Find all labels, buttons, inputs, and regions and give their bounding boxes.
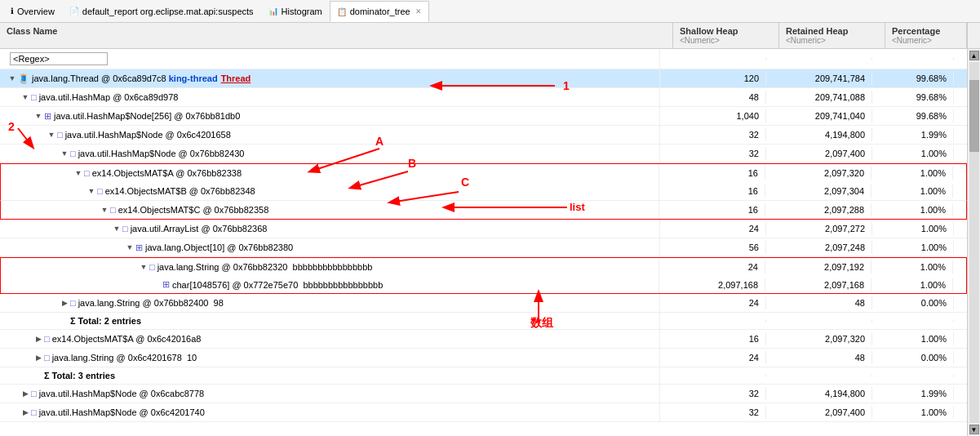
expand-btn[interactable]: ▼: [7, 73, 18, 84]
cell-class-name: ▼ ⊞ java.util.HashMap$Node[256] @ 0x76bb…: [0, 107, 660, 125]
arr-icon: ⊞: [44, 111, 51, 122]
cell-class-name: ▼ □ java.util.ArrayList @ 0x76bb82368: [0, 220, 660, 238]
expand-btn[interactable]: ▼: [33, 110, 44, 122]
cell-shallow: 16: [659, 185, 765, 198]
cell-pct: 1.00%: [871, 203, 953, 216]
cell-pct: 99.68%: [872, 72, 954, 85]
regex-input[interactable]: [10, 52, 108, 65]
cell-class-name: ▼ □ java.util.HashMap$Node @ 0x76bb82430: [0, 145, 660, 162]
cell-shallow: 24: [659, 260, 765, 274]
table-row: Σ Total: 3 entries: [0, 367, 967, 385]
obj-icon: □: [70, 298, 76, 308]
table-row: ▼ □ java.lang.String @ 0x76bb82320 bbbbb…: [0, 257, 967, 276]
obj-icon: □: [31, 407, 37, 417]
cell-class-name: Σ Total: 2 entries: [0, 313, 660, 329]
col-shallow-heap: Shallow Heap <Numeric>: [673, 23, 779, 48]
table-body[interactable]: ▼ 🧵 java.lang.Thread @ 0x6ca89d7c8 king-…: [0, 49, 967, 436]
cell-shallow: 32: [660, 387, 766, 400]
cell-pct: 1.00%: [872, 222, 954, 235]
obj-icon: □: [31, 389, 37, 398]
cell-pct: 1.99%: [872, 387, 954, 400]
tab-bar: ℹ Overview 📄 default_report org.eclipse.…: [0, 0, 980, 23]
main-container: Class Name Shallow Heap <Numeric> Retain…: [0, 23, 980, 436]
info-icon: ℹ: [11, 7, 14, 16]
scroll-up[interactable]: ▲: [969, 51, 979, 60]
cell-retained: 2,097,192: [765, 260, 871, 274]
cell-class-name: ▶ □ java.util.HashMap$Node @ 0x6c4201740: [0, 403, 660, 421]
cell-retained: [766, 319, 872, 323]
cell-retained: 2,097,320: [766, 332, 872, 345]
table-row: ▼ ⊞ java.lang.Object[10] @ 0x76bb82380 5…: [0, 238, 967, 257]
scroll-thumb[interactable]: [969, 80, 979, 152]
cell-retained: 2,097,272: [766, 222, 872, 235]
cell-class-name: Σ Total: 3 entries: [0, 367, 660, 384]
table-row: ▼ □ java.util.ArrayList @ 0x76bb82368 24…: [0, 220, 967, 238]
expand-btn[interactable]: ▶: [20, 388, 31, 399]
cell-pct: 1.00%: [871, 278, 953, 291]
tab-close-icon[interactable]: ✕: [415, 7, 422, 16]
cell-class-name: ▶ □ java.util.HashMap$Node @ 0x6cabc8778: [0, 385, 660, 403]
tab-histogram[interactable]: 📊 Histogram: [261, 1, 330, 22]
table-row: ▶ □ java.lang.String @ 0x76bb82400 98 24…: [0, 294, 967, 313]
cell-shallow: [660, 319, 766, 323]
expand-btn[interactable]: ▼: [86, 185, 97, 197]
obj-icon: □: [57, 130, 63, 140]
col-retained-heap: Retained Heap <Numeric>: [779, 23, 885, 48]
expand-btn[interactable]: ▼: [73, 167, 84, 179]
cell-pct: 99.68%: [872, 109, 954, 122]
expand-btn[interactable]: ▼: [20, 91, 31, 103]
cell-class-name: ▼ □ ex14.ObjectsMAT$B @ 0x76bb82348: [1, 182, 659, 200]
cell-pct: 1.00%: [872, 147, 954, 160]
cell-shallow: 32: [660, 128, 766, 141]
expand-btn[interactable]: ▼: [59, 148, 70, 159]
table-row: ▼ 🧵 java.lang.Thread @ 0x6ca89d7c8 king-…: [0, 69, 967, 88]
col-class-name: Class Name: [0, 23, 673, 48]
report-icon: 📄: [69, 7, 79, 16]
histogram-icon: 📊: [268, 7, 278, 16]
header-scrollbar-stub: [967, 23, 980, 48]
cell-retained: 48: [766, 296, 872, 309]
scrollbar[interactable]: ▲ ▼: [967, 49, 980, 436]
tab-default-report[interactable]: 📄 default_report org.eclipse.mat.api:sus…: [62, 1, 261, 22]
cell-retained: 209,741,040: [766, 109, 872, 122]
cell-retained: [766, 57, 872, 60]
cell-shallow: 1,040: [660, 109, 766, 122]
cell-class-name: ▼ □ java.util.HashMap$Node @ 0x6c4201658: [0, 126, 660, 144]
cell-pct: 0.00%: [872, 296, 954, 309]
scroll-track[interactable]: [969, 62, 979, 423]
expand-btn[interactable]: ▼: [46, 129, 57, 140]
obj-icon: □: [110, 205, 116, 215]
cell-class-name: ▼ □ java.lang.String @ 0x76bb82320 bbbbb…: [1, 258, 659, 276]
expand-btn[interactable]: ▶: [20, 407, 31, 418]
obj-icon: □: [31, 92, 37, 102]
cell-shallow: 2,097,168: [659, 278, 765, 291]
cell-shallow: 56: [660, 241, 766, 254]
sigma-icon: Σ: [70, 316, 76, 326]
tab-overview[interactable]: ℹ Overview: [3, 1, 62, 22]
thread-link[interactable]: Thread: [221, 73, 251, 83]
expand-btn[interactable]: ▼: [138, 261, 149, 273]
cell-pct: [872, 319, 954, 323]
obj-icon: □: [149, 262, 155, 272]
expand-btn[interactable]: ▼: [124, 242, 135, 253]
expand-btn[interactable]: ▼: [111, 223, 122, 234]
cell-pct: 1.00%: [871, 167, 953, 180]
cell-retained: 2,097,288: [765, 203, 871, 216]
cell-shallow: [660, 374, 766, 377]
cell-class-name: ▼ 🧵 java.lang.Thread @ 0x6ca89d7c8 king-…: [0, 69, 660, 87]
obj-icon: □: [44, 353, 50, 363]
cell-shallow: 24: [660, 351, 766, 364]
cell-retained: 2,097,248: [766, 241, 872, 254]
cell-retained: 2,097,168: [765, 278, 871, 291]
table-row: ▶ □ java.util.HashMap$Node @ 0x6cabc8778…: [0, 385, 967, 403]
cell-pct: [872, 374, 954, 377]
obj-icon: □: [84, 168, 90, 178]
expand-btn[interactable]: ▶: [33, 352, 44, 363]
expand-btn[interactable]: ▶: [33, 333, 44, 345]
tab-report-label: default_report org.eclipse.mat.api:suspe…: [82, 7, 254, 16]
cell-pct: 0.00%: [872, 351, 954, 364]
expand-btn[interactable]: ▼: [99, 204, 110, 216]
tab-dominator-tree[interactable]: 📋 dominator_tree ✕: [330, 1, 429, 22]
scroll-down[interactable]: ▼: [969, 425, 979, 434]
expand-btn[interactable]: ▶: [59, 297, 70, 309]
